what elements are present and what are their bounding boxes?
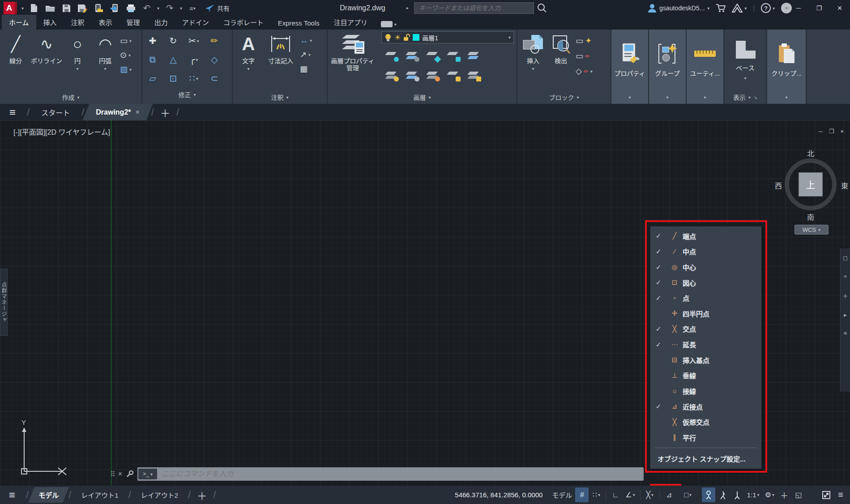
edit-block-button[interactable]: ▭✏ [576,51,593,61]
grid-toggle[interactable]: # [575,487,589,502]
redo-icon[interactable]: ↷ [164,2,175,14]
object-snap-toggle[interactable]: □▾ [681,487,695,502]
tab-output[interactable]: 出力 [147,15,175,30]
layout-menu-icon[interactable]: ≡ [0,486,24,504]
panel-label-view[interactable]: 表示▾↘ [724,90,766,104]
annotation-scale-button[interactable]: 1:1▾ [745,487,762,502]
panel-label-utilities[interactable]: ▾ [687,90,723,104]
viewport-controls-label[interactable]: [-][平面図][2D ワイヤフレーム] [13,126,110,137]
insert-block-button[interactable]: 挿入 ▾ [520,31,546,90]
new-layout-button[interactable]: ＋ [192,486,211,504]
layer-walk-button[interactable] [468,71,480,81]
statusbar-menu-icon[interactable]: ≡ [834,487,847,502]
open-from-mobile-icon[interactable] [93,2,104,14]
save-icon[interactable] [60,2,72,14]
hatch-button[interactable]: ▨▾ [120,64,132,74]
polar-tracking-toggle[interactable]: ∠▾ [623,487,637,502]
edit-attribute-button[interactable]: ◇✏▾ [576,66,593,76]
help-button[interactable]: ? ▾ [761,3,775,13]
tab-annotate[interactable]: 注釈 [64,15,92,30]
annotation-scale-icon-button[interactable] [730,487,744,502]
app-menu-caret-icon[interactable]: ▾ [21,6,24,11]
polyline-button[interactable]: ∿ ポリライン [30,31,63,90]
right-palette-strip[interactable]: ◻ × ＋ ▸ ≡ [840,248,850,392]
tab-model[interactable]: モデル [30,486,67,504]
point-cloud-palette-tab[interactable]: 点群マネージャ [0,269,8,336]
leader-button[interactable]: ↗▾ [300,50,312,60]
tab-view[interactable]: 表示 [92,15,120,30]
viewport-maximize-icon[interactable]: ❐ [829,128,834,135]
isolate-objects-button[interactable]: ◱ [792,487,805,502]
viewcube[interactable]: 北 西 上 東 南 WCS▾ [781,148,844,237]
tab-manage[interactable]: 管理 [120,15,147,30]
open-file-icon[interactable] [44,2,56,14]
panel-label-clipboard[interactable]: ▾ [767,90,806,104]
create-block-button[interactable]: ▭✦ [576,36,593,46]
app-logo[interactable]: A [4,2,17,14]
workspace-settings-button[interactable]: ⚙▾ [763,487,777,502]
redo-caret-icon[interactable]: ▾ [180,6,182,11]
ellipse-button[interactable]: ⊙▾ [120,50,132,60]
layer-on-all-button[interactable] [385,71,398,81]
viewport-minimize-icon[interactable]: ─ [819,128,823,135]
tab-layout1[interactable]: レイアウト1 [73,486,126,504]
panel-label-groups[interactable]: ▾ [649,90,686,104]
share-button[interactable]: 共有 [205,4,230,13]
clean-screen-button[interactable] [820,487,833,502]
text-caret-icon[interactable]: ▾ [247,66,249,71]
command-prompt-icon[interactable]: >_▾ [138,469,157,479]
file-tabs-menu-icon[interactable]: ≡ [0,104,25,120]
customize-statusbar-button[interactable]: ＋ [777,487,791,502]
layer-match-button[interactable] [468,51,480,61]
viewcube-east[interactable]: 東 [841,180,848,191]
group-button[interactable]: グループ [649,30,686,90]
cart-icon[interactable] [716,4,726,13]
layer-properties-button[interactable]: 画層プロパティ管理 [330,31,375,90]
explode-button[interactable]: ◇ [211,54,218,65]
osnap-tracking-toggle[interactable]: ╳▾ [643,487,657,502]
viewcube-west[interactable]: 西 [775,180,782,191]
tab-drawing2[interactable]: Drawing2*× [86,104,149,120]
command-customize-icon[interactable] [126,470,134,478]
panel-label-properties[interactable]: ▾ [611,90,648,104]
minimize-button[interactable]: ─ [788,0,809,16]
panel-label-block[interactable]: ブロック▾ [517,90,611,104]
print-icon[interactable] [125,2,137,14]
snap-mode-toggle[interactable]: ∷▾ [589,487,603,502]
tab-insert[interactable]: 挿入 [36,15,64,30]
annotation-visibility-toggle[interactable] [702,487,715,502]
panel-label-draw[interactable]: 作成▾ [0,90,141,104]
layer-thaw-all-button[interactable] [427,71,439,81]
layer-unisolate-button[interactable] [406,71,419,81]
close-button[interactable]: × [829,0,850,16]
trim-button[interactable]: ✂▾ [188,35,199,46]
strip-close-icon[interactable]: × [844,273,847,280]
text-button[interactable]: A 文字 ▾ [235,31,261,90]
strip-add-icon[interactable]: ＋ [842,291,848,300]
strip-expand-icon[interactable]: ▸ [844,312,847,318]
tab-start[interactable]: スタート [31,104,80,120]
panel-label-annotate[interactable]: 注釈▾ [233,90,327,104]
search-icon[interactable] [537,3,547,13]
tab-layout2[interactable]: レイアウト2 [133,486,186,504]
save-as-icon[interactable] [77,2,88,14]
tab-express-tools[interactable]: Express Tools [271,17,327,30]
offset-button[interactable]: ⊂ [211,73,218,84]
layer-dropdown[interactable]: ☀ 画層1 ▾ [381,31,514,43]
autodesk-app-button[interactable]: ▾ [732,4,747,13]
search-box[interactable] [414,2,534,14]
table-button[interactable]: ▦ [300,64,312,74]
scale-button[interactable]: ⊡ [170,73,177,84]
wcs-selector[interactable]: WCS▾ [794,225,829,235]
detect-button[interactable]: 検出 [548,31,574,90]
search-input[interactable] [418,4,530,12]
account-button[interactable]: gsautodeskD5... ▾ [648,4,709,13]
tab-home[interactable]: ホーム [2,15,36,30]
mirror-button[interactable]: △ [170,54,176,65]
new-file-icon[interactable] [28,2,40,14]
annotation-autoscale-toggle[interactable] [716,487,730,502]
isodraft-toggle[interactable]: ⊿ [662,487,676,502]
qat-customize-icon[interactable]: ≡▾ [187,2,198,14]
circle-button[interactable]: ○ 円 ▾ [64,31,90,90]
utilities-button[interactable]: ユーティ... [687,30,723,90]
